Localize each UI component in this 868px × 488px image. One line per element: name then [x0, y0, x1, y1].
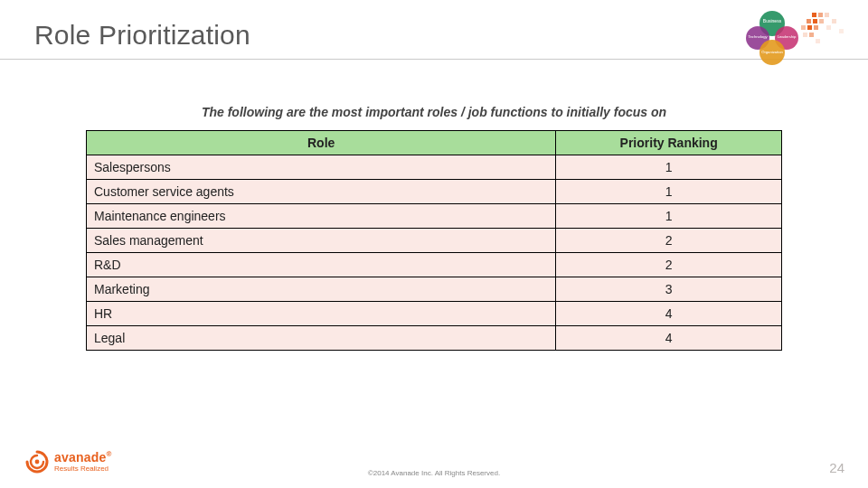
- rank-cell: 4: [556, 326, 782, 351]
- svg-rect-12: [813, 19, 817, 23]
- corner-graphic: Business Technology Leadership Organizat…: [725, 7, 861, 70]
- col-header-role: Role: [87, 131, 556, 155]
- svg-text:Organization: Organization: [761, 50, 783, 54]
- table-row: Maintenance engineers 1: [87, 204, 782, 229]
- svg-rect-15: [801, 25, 806, 30]
- role-cell: Customer service agents: [87, 180, 556, 204]
- rank-cell: 2: [556, 253, 782, 277]
- svg-rect-9: [818, 13, 823, 17]
- role-cell: Sales management: [87, 229, 556, 253]
- brand-name: avanade: [54, 450, 106, 465]
- svg-rect-18: [826, 25, 831, 30]
- svg-rect-17: [814, 25, 818, 30]
- rank-cell: 1: [556, 180, 782, 204]
- svg-text:Business: Business: [763, 18, 782, 23]
- role-cell: R&D: [87, 253, 556, 277]
- table-row: Customer service agents 1: [87, 180, 782, 204]
- role-cell: HR: [87, 302, 556, 326]
- rank-cell: 4: [556, 302, 782, 326]
- svg-rect-20: [809, 33, 814, 37]
- svg-rect-11: [807, 19, 811, 23]
- table-row: Sales management 2: [87, 229, 782, 253]
- svg-rect-16: [807, 25, 812, 30]
- logo-brand: avanade®: [54, 451, 112, 464]
- role-cell: Marketing: [87, 277, 556, 302]
- svg-rect-14: [832, 19, 836, 23]
- table-row: Salespersons 1: [87, 155, 782, 180]
- svg-rect-8: [812, 13, 816, 17]
- subtitle: The following are the most important rol…: [0, 105, 868, 119]
- role-cell: Legal: [87, 326, 556, 351]
- page-number: 24: [829, 460, 844, 475]
- col-header-rank: Priority Ranking: [556, 131, 782, 155]
- svg-point-23: [35, 460, 40, 465]
- slide: Role Prioritization Business Technology …: [0, 0, 868, 488]
- table-row: HR 4: [87, 302, 782, 326]
- registered-mark: ®: [106, 450, 111, 458]
- copyright: ©2014 Avanade Inc. All Rights Reserved.: [0, 469, 868, 477]
- svg-rect-22: [839, 29, 844, 33]
- table-row: R&D 2: [87, 253, 782, 277]
- rank-cell: 3: [556, 277, 782, 302]
- table-row: Legal 4: [87, 326, 782, 351]
- rank-cell: 1: [556, 204, 782, 229]
- role-cell: Maintenance engineers: [87, 204, 556, 229]
- svg-text:Leadership: Leadership: [778, 34, 797, 39]
- svg-text:Technology: Technology: [748, 34, 768, 39]
- svg-rect-21: [816, 39, 820, 43]
- table-row: Marketing 3: [87, 277, 782, 302]
- table-header-row: Role Priority Ranking: [87, 131, 782, 155]
- svg-rect-10: [825, 13, 829, 17]
- rank-cell: 2: [556, 229, 782, 253]
- svg-rect-13: [819, 19, 824, 23]
- svg-rect-19: [803, 33, 807, 37]
- rank-cell: 1: [556, 155, 782, 180]
- role-priority-table: Role Priority Ranking Salespersons 1 Cus…: [86, 130, 782, 351]
- page-title: Role Prioritization: [34, 20, 250, 51]
- role-cell: Salespersons: [87, 155, 556, 180]
